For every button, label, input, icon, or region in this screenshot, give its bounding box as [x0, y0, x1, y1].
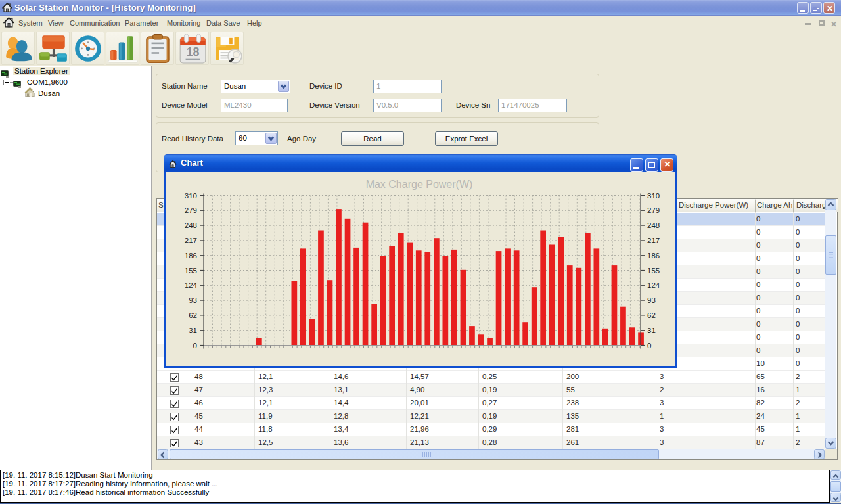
- svg-text:124: 124: [647, 281, 660, 289]
- svg-text:310: 310: [647, 192, 660, 200]
- svg-text:248: 248: [185, 221, 197, 229]
- svg-text:18: 18: [187, 45, 200, 58]
- svg-text:155: 155: [185, 267, 197, 275]
- svg-text:Max Charge Power(W): Max Charge Power(W): [366, 179, 473, 190]
- svg-text:31: 31: [189, 327, 197, 334]
- svg-text:217: 217: [185, 237, 197, 244]
- svg-text:186: 186: [185, 252, 197, 260]
- svg-text:248: 248: [647, 221, 660, 229]
- svg-text:31: 31: [647, 327, 656, 334]
- svg-text:279: 279: [185, 206, 197, 214]
- svg-text:62: 62: [189, 311, 197, 319]
- svg-text:155: 155: [647, 267, 660, 275]
- svg-text:62: 62: [647, 311, 656, 319]
- svg-text:124: 124: [185, 281, 198, 289]
- svg-text:186: 186: [647, 252, 660, 260]
- svg-text:217: 217: [647, 237, 660, 244]
- svg-text:0: 0: [647, 342, 651, 350]
- svg-text:93: 93: [189, 296, 197, 304]
- svg-text:0: 0: [193, 342, 197, 350]
- svg-text:93: 93: [647, 296, 656, 304]
- svg-text:279: 279: [647, 206, 660, 214]
- svg-text:310: 310: [185, 192, 197, 200]
